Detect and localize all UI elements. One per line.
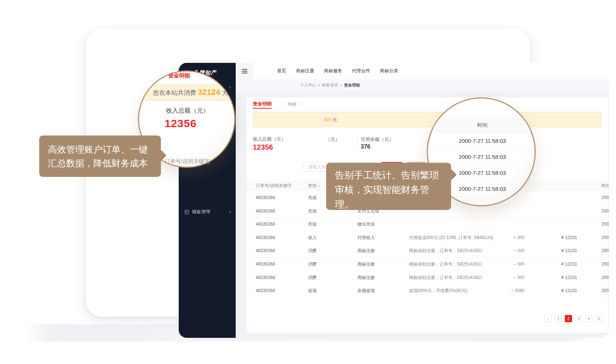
cell-order-no: 48330268	[256, 205, 275, 218]
header-type[interactable]: 类型∨	[308, 180, 320, 191]
callout-left: 高效管理账户订单、一键 汇总数据，降低财务成本	[39, 136, 161, 177]
cell-amount: – 3060	[479, 284, 524, 298]
magnified-tab: 资金明细	[168, 72, 190, 79]
magnified-income-label: 收入总额（元）	[166, 106, 209, 115]
cell-desc: 商标自助注册，订单号：SB2514263J	[409, 258, 482, 271]
notice-unit: 元	[332, 117, 337, 122]
header-time: 时间	[601, 180, 609, 191]
nav-item-商标分类[interactable]: 商标分类	[380, 68, 398, 74]
table-row: 48330268提现余额提现提现3000元，手续费2%(60元)– 3060¥ …	[247, 284, 608, 298]
income-total-value: 12356	[253, 143, 273, 151]
cell-amount: + 300	[479, 231, 524, 244]
cell-type: 充值	[308, 218, 317, 231]
table-row: 48330268消费商标注册商标自助注册，订单号：SB2514263J– 300…	[247, 271, 608, 284]
cell-time: 2000-7-27 11:58:03	[601, 191, 609, 205]
cell-type: 消费	[308, 258, 317, 271]
callout-left-text: 高效管理账户订单、一键 汇总数据，降低财务成本	[48, 142, 148, 170]
table-row: 48330268充值微信充值2000-7-27 11:58:03	[247, 218, 608, 231]
cell-order-no: 48330268	[256, 218, 275, 231]
pagination-page-4[interactable]: 4	[585, 315, 592, 322]
expense-label-fragment: （元）	[326, 136, 340, 143]
cell-balance: ¥ 12231	[534, 231, 577, 244]
nav-item-商标注册[interactable]: 商标注册	[296, 68, 314, 74]
tab-funds-detail[interactable]: 资金明细	[253, 101, 272, 107]
nav-item-代理合作[interactable]: 代理合作	[352, 68, 370, 74]
available-balance-value: 376	[361, 143, 370, 150]
cell-balance: ¥ 12231	[534, 271, 577, 284]
header-type-label: 类型	[308, 183, 317, 188]
notice-amount-fragment: 820	[324, 117, 331, 122]
consumption-notice-bar: 820 元	[253, 112, 601, 127]
cell-time: 2000-7-27 11:58:03	[601, 258, 609, 271]
cell-project: 代理收入	[357, 231, 375, 244]
sidebar-group-label: 模板管理	[192, 209, 210, 215]
pagination-page-2[interactable]: 2	[565, 315, 572, 322]
cell-order-no: 48330268	[256, 191, 275, 205]
tab-active-underline	[253, 108, 272, 109]
cell-project: 商标注册	[357, 258, 375, 271]
cell-project: 余额提现	[357, 284, 375, 298]
cell-order-no: 48330268	[256, 244, 275, 258]
table-row: 48330268消费商标注册商标自助注册，订单号：SB2514263J– 300…	[247, 244, 608, 258]
chevron-down-icon: ∨	[229, 210, 231, 214]
cell-time: 2000-7-27 11:58:03	[601, 271, 609, 284]
cell-type: 充值	[308, 205, 317, 218]
template-icon	[184, 209, 189, 214]
cell-time: 2000-7-27 11:58:03	[601, 284, 609, 298]
breadcrumb-bar: 个人中心>财务管理>资金明细	[236, 79, 609, 91]
cell-order-no: 48330268	[256, 258, 275, 271]
cell-balance: ¥ 12231	[534, 284, 577, 298]
breadcrumb-separator: >	[318, 83, 320, 87]
page: 头牌知产 账户管理∨财务管理∧在线充值资金明细订单管理我的优惠券我的发票模板管理…	[0, 0, 616, 364]
pagination: ‹12345	[544, 315, 603, 323]
cell-project: 微信充值	[357, 218, 375, 231]
available-balance-label: 可用余额（元）	[361, 136, 394, 143]
breadcrumb-item[interactable]: 个人中心	[300, 82, 316, 88]
cell-order-no: 48330268	[256, 271, 275, 284]
magnified-time-row: 2000-7-27 11:58:03	[428, 133, 536, 149]
cell-balance: ¥ 12231	[534, 244, 577, 258]
magnified-column-header: 订单号/说明关键字	[165, 158, 210, 165]
magnified-notice-value: 32124	[198, 88, 220, 97]
cell-project: 商标注册	[357, 244, 375, 258]
cell-type: 收入	[308, 231, 317, 244]
cell-time: 2000-7-27 11:58:03	[601, 218, 609, 231]
pagination-page-3[interactable]: 3	[575, 315, 582, 322]
cell-desc: 提现3000元，手续费2%(60元)	[409, 284, 467, 298]
cell-time: 2000-7-27 11:58:03	[601, 244, 609, 258]
callout-right-text: 告别手工统计、告别繁琐 审核，实现智能财务管 理。	[335, 168, 439, 211]
cell-type: 提现	[308, 284, 317, 298]
cell-time: 2000-7-27 11:58:03	[601, 231, 609, 244]
callout-right: 告别手工统计、告别繁琐 审核，实现智能财务管 理。	[326, 163, 451, 210]
cell-project: 商标注册	[357, 271, 375, 284]
chevron-down-icon: ∨	[318, 185, 320, 188]
cell-desc: 商标自助注册，订单号：SB2514263J	[409, 244, 482, 258]
content-card: 资金明细 明细 820 元 收入总额（元） 12356 （元） 可用余额（元） …	[247, 97, 608, 333]
nav-item-商标服务[interactable]: 商标服务	[324, 68, 342, 74]
breadcrumb-item[interactable]: 资金明细	[344, 82, 360, 88]
breadcrumb-separator: >	[340, 83, 342, 87]
income-total-label: 收入总额（元）	[253, 136, 286, 142]
cell-time: 2000-7-27 11:58:03	[601, 205, 609, 218]
magnified-income-value: 12356	[165, 117, 196, 130]
table-row: 48330268收入代理收入代理提成300元 (ID:1245, 订单号: SB…	[247, 231, 608, 244]
pagination-page-5[interactable]: 5	[595, 315, 603, 322]
pagination-prev-button[interactable]: ‹	[544, 315, 552, 322]
pagination-page-1[interactable]: 1	[555, 315, 562, 322]
magnified-time-header: 时间	[428, 118, 536, 133]
breadcrumb-item[interactable]: 财务管理	[322, 82, 338, 88]
table-row: 48330268消费商标注册商标自助注册，订单号：SB2514263J– 300…	[247, 258, 608, 271]
cell-amount: – 300	[479, 258, 524, 271]
cell-type: 消费	[308, 244, 317, 258]
hamburger-menu-icon[interactable]	[236, 63, 254, 79]
cell-amount: – 300	[479, 244, 524, 258]
cell-desc: 商标自助注册，订单号：SB2514263J	[409, 271, 482, 284]
nav-menu: 首页商标注册商标服务代理合作商标分类	[254, 68, 398, 74]
cell-type: 充值	[308, 191, 317, 205]
magnified-notice-text: 您在本站共消费 32124 大	[153, 88, 228, 97]
notice-text-fragment: 820 元	[324, 117, 337, 123]
breadcrumb: 个人中心>财务管理>资金明细	[300, 79, 360, 91]
nav-item-首页[interactable]: 首页	[277, 68, 286, 74]
sidebar-group-模板管理[interactable]: 模板管理∨	[179, 206, 236, 217]
magnified-notice-prefix: 您在本站共消费	[153, 89, 198, 96]
